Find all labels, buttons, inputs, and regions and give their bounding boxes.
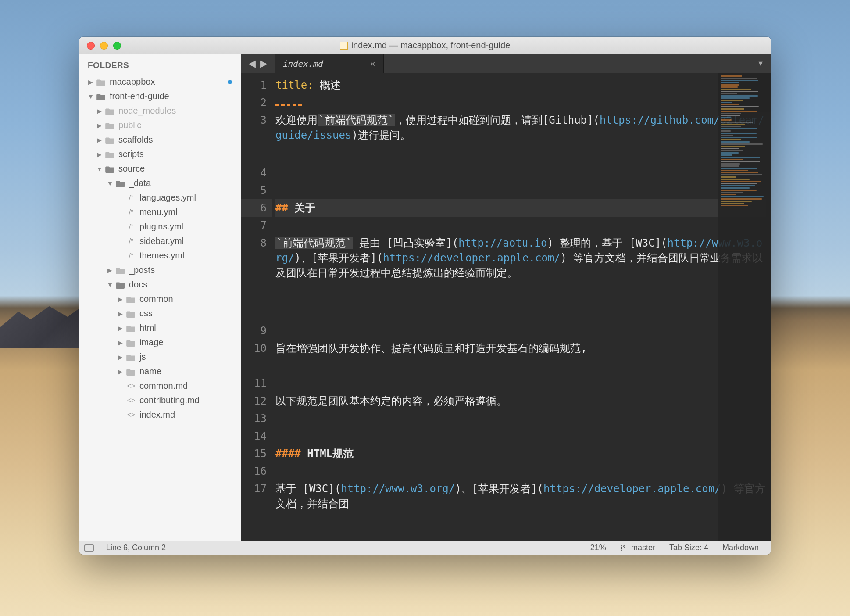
folder-icon [126, 353, 136, 361]
tree-item[interactable]: ▶name [79, 364, 241, 379]
disclosure-icon: ▶ [118, 310, 123, 317]
minimap[interactable] [718, 73, 771, 541]
tree-item[interactable]: ▶image [79, 335, 241, 350]
tree-item-label: themes.yml [139, 251, 184, 261]
code-file-icon: /* [126, 237, 136, 245]
code-line: #### HTML规范 [275, 445, 766, 462]
tree-item-label: css [139, 308, 153, 319]
cursor-position[interactable]: Line 6, Column 2 [99, 543, 173, 552]
tree-item-label: _data [129, 178, 151, 188]
disclosure-icon: ▼ [107, 180, 112, 187]
code-line: `前端代码规范` 是由 [凹凸实验室](http://aotu.io) 整理的，… [275, 234, 766, 322]
tree-item[interactable]: ▶scaffolds [79, 133, 241, 147]
tree-item[interactable]: ▶css [79, 306, 241, 321]
tree-item[interactable]: /*plugins.yml [79, 219, 241, 234]
gutter-line [241, 269, 272, 287]
tree-item[interactable]: ▼source [79, 161, 241, 176]
panel-icon[interactable] [84, 544, 94, 552]
tree-item[interactable]: ▼front-end-guide [79, 89, 241, 104]
code-line: 基于 [W3C](http://www.w3.org/)、[苹果开发者](htt… [275, 480, 766, 515]
tree-item-label: scripts [118, 149, 144, 159]
tree-item[interactable]: ▶scripts [79, 147, 241, 161]
disclosure-icon: ▶ [96, 151, 102, 158]
tree-item[interactable]: ▶public [79, 118, 241, 133]
folder-icon [96, 78, 106, 86]
window-title-text: index.md — macappbox, front-end-guide [351, 40, 510, 50]
code-line: 以下规范是团队基本约定的内容，必须严格遵循。 [275, 392, 766, 410]
tree-item-label: public [118, 120, 141, 130]
nav-back-icon[interactable]: ◀ [246, 58, 257, 69]
tree-item-label: image [139, 337, 163, 347]
tree-item[interactable]: ▶macappbox [79, 75, 241, 89]
tree-item[interactable]: ▶common [79, 292, 241, 306]
tree-item-label: _posts [129, 265, 155, 275]
tree-item-label: plugins.yml [139, 222, 183, 232]
gutter-line [241, 304, 272, 322]
tab-close-icon[interactable]: × [370, 58, 375, 69]
gutter-line: 8 [241, 234, 272, 252]
window-title: index.md — macappbox, front-end-guide [79, 40, 771, 50]
tab-overflow-button[interactable]: ▼ [750, 54, 771, 73]
tree-item[interactable]: /*sidebar.yml [79, 234, 241, 248]
sidebar[interactable]: FOLDERS ▶macappbox▼front-end-guide▶node_… [79, 54, 241, 541]
code-line [275, 462, 766, 480]
disclosure-icon: ▶ [118, 368, 123, 375]
git-branch[interactable]: master [613, 543, 662, 552]
tree-item[interactable]: <>common.md [79, 379, 241, 393]
editor-body[interactable]: 123 45678 910 11121314151617 title: 概述欢迎… [241, 73, 771, 541]
tree-item-label: node_modules [118, 106, 176, 116]
titlebar[interactable]: index.md — macappbox, front-end-guide [79, 37, 771, 54]
tree-item-label: common.md [139, 381, 188, 391]
code-line [275, 217, 766, 234]
code-file-icon: /* [126, 208, 136, 216]
folder-icon [96, 93, 106, 100]
gutter-line [241, 498, 272, 515]
folder-icon [126, 295, 136, 303]
nav-forward-icon[interactable]: ▶ [258, 58, 269, 69]
tree-item[interactable]: /*languages.yml [79, 190, 241, 205]
tree-item[interactable]: ▶js [79, 350, 241, 364]
tree-item[interactable]: ▶html [79, 321, 241, 335]
tree-item[interactable]: ▶node_modules [79, 104, 241, 118]
tree-item-label: docs [129, 279, 147, 290]
code-area[interactable]: title: 概述欢迎使用`前端代码规范`，使用过程中如碰到问题，请到[Gith… [272, 73, 771, 541]
gutter-line [241, 357, 272, 375]
gutter-line: 4 [241, 164, 272, 182]
disclosure-icon: ▶ [107, 267, 112, 274]
tree-item[interactable]: /*menu.yml [79, 205, 241, 219]
gutter-line: 14 [241, 427, 272, 445]
disclosure-icon: ▶ [96, 122, 102, 129]
gutter-line: 5 [241, 182, 272, 199]
gutter-line: 10 [241, 340, 272, 357]
tree-item[interactable]: ▼_data [79, 176, 241, 190]
folder-icon [116, 179, 125, 187]
folder-icon [116, 266, 125, 274]
branch-icon [620, 543, 629, 552]
gutter-line: 16 [241, 462, 272, 480]
gutter-line [241, 147, 272, 164]
disclosure-icon: ▶ [118, 354, 123, 361]
editor-window: index.md — macappbox, front-end-guide FO… [79, 37, 771, 555]
folder-icon [105, 107, 115, 115]
tree-item-label: source [118, 164, 145, 174]
folder-icon [126, 324, 136, 332]
syntax-mode[interactable]: Markdown [715, 543, 766, 552]
code-line: 旨在增强团队开发协作、提高代码质量和打造开发基石的编码规范, [275, 340, 766, 375]
gutter-line: 9 [241, 322, 272, 340]
gutter-line: 7 [241, 217, 272, 234]
gutter-line: 6 [241, 199, 272, 217]
tree-item[interactable]: ▶_posts [79, 263, 241, 277]
tree-item[interactable]: ▼docs [79, 277, 241, 292]
tree-item-label: scaffolds [118, 135, 153, 145]
gutter-line: 1 [241, 76, 272, 94]
editor-panel: ◀ ▶ index.md × ▼ 123 45678 910 111213141… [241, 54, 771, 541]
tree-item[interactable]: /*themes.yml [79, 248, 241, 263]
scroll-percent[interactable]: 21% [583, 543, 613, 552]
tree-item-label: common [139, 294, 173, 304]
tab-size[interactable]: Tab Size: 4 [662, 543, 715, 552]
tab-active[interactable]: index.md × [275, 54, 384, 73]
tree-item[interactable]: <>contributing.md [79, 393, 241, 408]
code-line: 欢迎使用`前端代码规范`，使用过程中如碰到问题，请到[Github](https… [275, 111, 766, 164]
code-line: title: 概述 [275, 76, 766, 94]
tree-item[interactable]: <>index.md [79, 408, 241, 422]
